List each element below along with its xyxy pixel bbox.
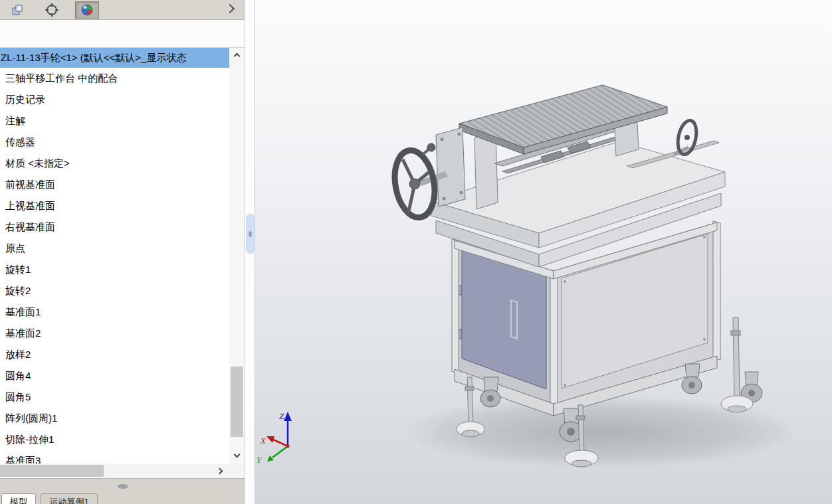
splitter-dot-icon bbox=[249, 231, 252, 237]
splitter-handle[interactable] bbox=[246, 214, 255, 254]
scroll-down-icon[interactable] bbox=[229, 446, 245, 462]
tree-item[interactable]: 右视基准面 bbox=[0, 216, 229, 238]
tree-item[interactable]: 上视基准面 bbox=[0, 195, 229, 216]
panel-horizontal-splitter[interactable] bbox=[0, 478, 245, 493]
axis-z-label: Z bbox=[279, 411, 284, 421]
tree-item[interactable]: 注解 bbox=[0, 110, 229, 131]
axis-y-label: Y bbox=[257, 455, 262, 465]
graphics-viewport[interactable]: Z X Y bbox=[255, 0, 832, 504]
panel-toolbar bbox=[0, 0, 245, 20]
tree-item-list: 三轴平移工作台 中的配合 历史记录 注解 传感器 材质 <未指定> 前视基准面 … bbox=[0, 68, 229, 463]
panel-vertical-splitter[interactable] bbox=[245, 0, 255, 504]
splitter-grip[interactable] bbox=[118, 484, 128, 489]
tree-item[interactable]: 基准面2 bbox=[0, 323, 229, 344]
bottom-tab-bar: 模型 运动算例1 bbox=[0, 493, 245, 504]
tree-item[interactable]: 原点 bbox=[0, 238, 229, 259]
tree-item[interactable]: 阵列(圆周)1 bbox=[0, 408, 229, 429]
tree-item[interactable]: 三轴平移工作台 中的配合 bbox=[0, 68, 229, 89]
tree-item[interactable]: 传感器 bbox=[0, 131, 229, 153]
horizontal-scroll-thumb[interactable] bbox=[0, 465, 104, 477]
tree-item[interactable]: 旋转1 bbox=[0, 259, 229, 280]
component-icon[interactable] bbox=[5, 1, 29, 19]
tree-item[interactable]: 切除-拉伸1 bbox=[0, 429, 229, 450]
scroll-up-icon[interactable] bbox=[229, 48, 245, 64]
appearance-sphere-icon[interactable] bbox=[75, 1, 99, 19]
toolbar-expand-chevron-icon[interactable] bbox=[225, 4, 235, 13]
coordinate-triad: Z X Y bbox=[257, 411, 292, 465]
vertical-scroll-thumb[interactable] bbox=[231, 367, 243, 437]
tree-item[interactable]: 圆角4 bbox=[0, 365, 229, 386]
machine-model[interactable] bbox=[390, 85, 800, 468]
tree-item[interactable]: 放样2 bbox=[0, 344, 229, 365]
scroll-right-icon[interactable] bbox=[209, 463, 229, 478]
tree-item[interactable]: 材质 <未指定> bbox=[0, 153, 229, 174]
tree-item[interactable]: 历史记录 bbox=[0, 89, 229, 110]
tree-vertical-scrollbar[interactable] bbox=[229, 48, 245, 463]
tree-item[interactable]: 基准面1 bbox=[0, 301, 229, 323]
tree-item[interactable]: 旋转2 bbox=[0, 280, 229, 301]
panel-subbar bbox=[0, 21, 245, 48]
tree-item[interactable]: 基准面3 bbox=[0, 450, 229, 463]
solidworks-window: ZL-11-13手轮<1> (默认<<默认>_显示状态 三轴平移工作台 中的配合… bbox=[0, 0, 832, 504]
axis-x-label: X bbox=[260, 436, 266, 446]
feature-tree: ZL-11-13手轮<1> (默认<<默认>_显示状态 三轴平移工作台 中的配合… bbox=[0, 48, 229, 463]
tree-item[interactable]: 圆角5 bbox=[0, 386, 229, 408]
leveling-foot-right[interactable] bbox=[721, 317, 753, 412]
tree-item[interactable]: 前视基准面 bbox=[0, 174, 229, 195]
tree-horizontal-scrollbar[interactable] bbox=[0, 463, 245, 478]
tab-motion-study[interactable]: 运动算例1 bbox=[41, 493, 97, 504]
crosshair-icon[interactable] bbox=[40, 1, 64, 19]
model-canvas[interactable]: Z X Y bbox=[255, 0, 832, 504]
tab-model[interactable]: 模型 bbox=[1, 493, 36, 504]
tree-root-node[interactable]: ZL-11-13手轮<1> (默认<<默认>_显示状态 bbox=[0, 48, 229, 68]
